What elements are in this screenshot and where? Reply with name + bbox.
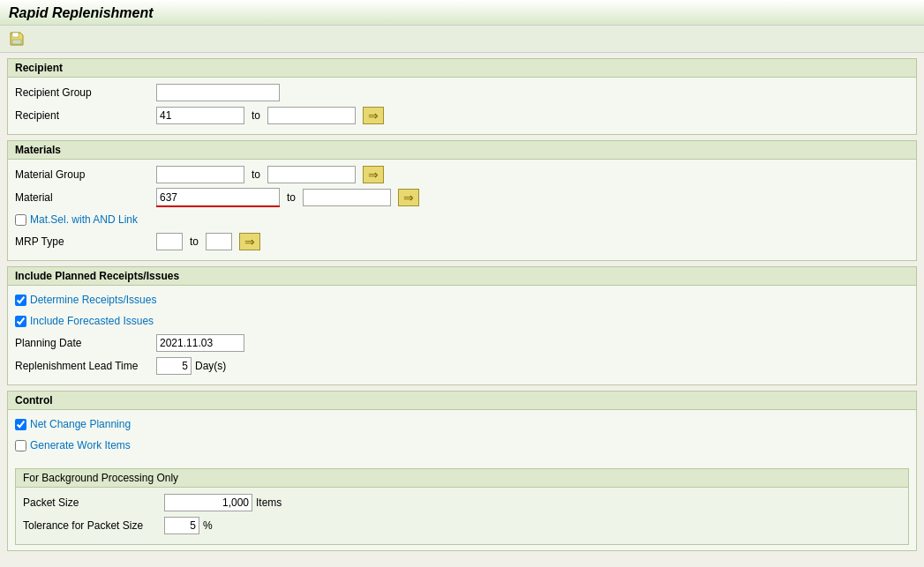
material-underline xyxy=(156,188,280,207)
background-section-header: For Background Processing Only xyxy=(16,469,908,488)
recipient-section-header: Recipient xyxy=(8,59,916,78)
mrp-type-to-input[interactable] xyxy=(206,233,232,250)
replenishment-lead-row: Replenishment Lead Time Day(s) xyxy=(15,356,909,376)
recipient-select-button[interactable]: ⇒ xyxy=(363,107,384,124)
tolerance-unit: % xyxy=(203,519,213,532)
mat-sel-row: Mat.Sel. with AND Link xyxy=(15,211,909,228)
mrp-type-row: MRP Type to ⇒ xyxy=(15,232,909,251)
recipient-arrow-icon: ⇒ xyxy=(368,108,379,123)
planning-date-row: Planning Date xyxy=(15,333,909,353)
generate-work-label[interactable]: Generate Work Items xyxy=(30,439,131,451)
material-group-to-label: to xyxy=(252,168,260,181)
net-change-label[interactable]: Net Change Planning xyxy=(30,418,131,430)
mrp-type-arrow-icon: ⇒ xyxy=(244,235,255,249)
packet-size-label: Packet Size xyxy=(23,496,164,509)
material-to-input[interactable] xyxy=(303,189,391,206)
control-section: Control Net Change Planning Generate Wor… xyxy=(7,391,917,551)
net-change-row: Net Change Planning xyxy=(15,415,909,433)
control-section-header: Control xyxy=(8,392,916,410)
material-group-row: Material Group to ⇒ xyxy=(15,165,909,184)
material-group-from-input[interactable] xyxy=(156,166,244,183)
page-title: Rapid Replenishment xyxy=(9,5,154,20)
packet-size-input[interactable] xyxy=(164,494,252,511)
replenishment-lead-label: Replenishment Lead Time xyxy=(15,360,156,372)
packet-size-row: Packet Size Items xyxy=(23,493,901,512)
material-group-to-input[interactable] xyxy=(267,166,356,183)
material-arrow-icon: ⇒ xyxy=(403,190,414,205)
mrp-type-from-input[interactable] xyxy=(156,233,183,250)
main-content: Recipient Recipient Group Recipient to ⇒… xyxy=(0,53,924,556)
toolbar-save-button[interactable] xyxy=(7,29,26,48)
material-group-arrow-icon: ⇒ xyxy=(368,168,379,182)
replenishment-lead-input[interactable] xyxy=(156,357,192,375)
material-group-select-button[interactable]: ⇒ xyxy=(363,166,384,183)
recipient-from-input[interactable] xyxy=(156,107,244,124)
net-change-checkbox[interactable] xyxy=(15,419,26,430)
mat-sel-label[interactable]: Mat.Sel. with AND Link xyxy=(30,213,138,226)
svg-rect-2 xyxy=(12,40,21,44)
recipient-group-input[interactable] xyxy=(156,84,280,101)
control-section-body: Net Change Planning Generate Work Items … xyxy=(8,410,916,550)
material-label: Material xyxy=(15,191,156,204)
tolerance-input[interactable] xyxy=(164,517,199,534)
material-group-label: Material Group xyxy=(15,168,156,181)
material-row: Material to ⇒ xyxy=(15,188,909,207)
floppy-disk-icon xyxy=(9,31,25,47)
page-header: Rapid Replenishment xyxy=(0,0,924,26)
planned-receipts-section: Include Planned Receipts/Issues Determin… xyxy=(7,266,917,385)
include-forecasted-row: Include Forecasted Issues xyxy=(15,312,909,330)
include-forecasted-label[interactable]: Include Forecasted Issues xyxy=(30,315,154,327)
toolbar xyxy=(0,26,924,53)
planned-receipts-body: Determine Receipts/Issues Include Foreca… xyxy=(8,286,916,384)
svg-rect-1 xyxy=(12,33,19,37)
recipient-label: Recipient xyxy=(15,109,156,122)
material-to-label: to xyxy=(287,191,296,204)
materials-section: Materials Material Group to ⇒ Material t… xyxy=(7,140,917,261)
mat-sel-checkbox[interactable] xyxy=(15,214,26,226)
determine-label[interactable]: Determine Receipts/Issues xyxy=(30,294,156,306)
materials-section-body: Material Group to ⇒ Material to ⇒ xyxy=(8,160,916,260)
planning-date-input[interactable] xyxy=(156,334,244,352)
determine-row: Determine Receipts/Issues xyxy=(15,291,909,309)
mrp-type-label: MRP Type xyxy=(15,235,156,248)
recipient-to-input[interactable] xyxy=(267,107,356,124)
background-section: For Background Processing Only Packet Si… xyxy=(15,468,909,545)
packet-size-unit: Items xyxy=(256,496,282,509)
mrp-type-select-button[interactable]: ⇒ xyxy=(239,233,260,250)
mrp-type-to-label: to xyxy=(190,235,199,248)
generate-work-checkbox[interactable] xyxy=(15,440,26,451)
recipient-group-row: Recipient Group xyxy=(15,83,909,102)
generate-work-row: Generate Work Items xyxy=(15,436,909,454)
recipient-row: Recipient to ⇒ xyxy=(15,106,909,125)
replenishment-lead-unit: Day(s) xyxy=(195,360,226,372)
materials-section-header: Materials xyxy=(8,141,916,160)
recipient-section: Recipient Recipient Group Recipient to ⇒ xyxy=(7,58,917,135)
include-forecasted-checkbox[interactable] xyxy=(15,316,26,327)
recipient-group-label: Recipient Group xyxy=(15,86,156,99)
planned-receipts-header: Include Planned Receipts/Issues xyxy=(8,267,916,286)
determine-checkbox[interactable] xyxy=(15,295,26,306)
tolerance-row: Tolerance for Packet Size % xyxy=(23,516,901,535)
planning-date-label: Planning Date xyxy=(15,337,156,349)
material-select-button[interactable]: ⇒ xyxy=(398,189,419,206)
material-from-input[interactable] xyxy=(156,188,280,205)
tolerance-label: Tolerance for Packet Size xyxy=(23,519,164,532)
recipient-section-body: Recipient Group Recipient to ⇒ xyxy=(8,78,916,134)
background-section-body: Packet Size Items Tolerance for Packet S… xyxy=(16,488,908,544)
recipient-to-label: to xyxy=(252,109,260,122)
